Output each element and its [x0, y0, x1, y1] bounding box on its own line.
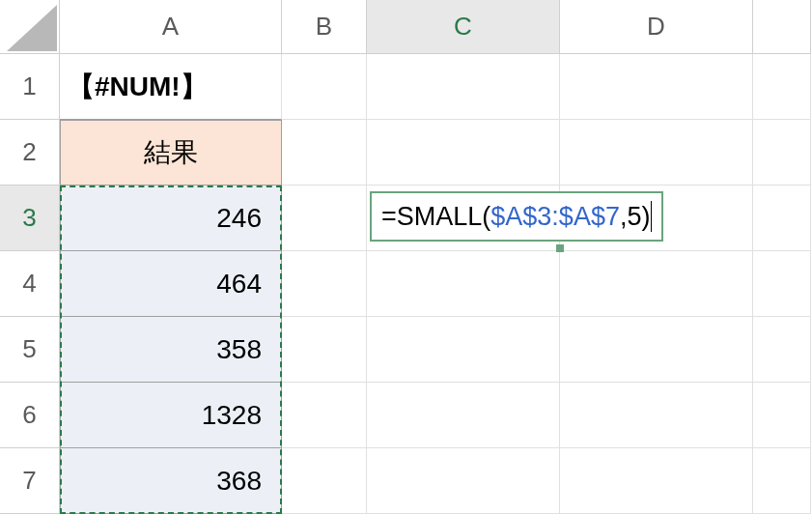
- cell-b4[interactable]: [282, 251, 367, 317]
- cell-c1[interactable]: [367, 54, 560, 120]
- cell-e6[interactable]: [753, 383, 811, 448]
- cell-e1[interactable]: [753, 54, 811, 120]
- col-header-e[interactable]: [753, 0, 811, 54]
- cell-d2[interactable]: [560, 120, 753, 186]
- formula-handle-icon: [556, 244, 564, 252]
- row-headers: 1 2 3 4 5 6 7: [0, 54, 60, 514]
- cell-d6[interactable]: [560, 383, 753, 448]
- cell-e7[interactable]: [753, 448, 811, 514]
- cell-d5[interactable]: [560, 317, 753, 383]
- row-header-5[interactable]: 5: [0, 317, 60, 383]
- cell-e5[interactable]: [753, 317, 811, 383]
- cell-a2[interactable]: 結果: [60, 120, 282, 186]
- formula-prefix: =SMALL(: [381, 202, 490, 232]
- cell-e2[interactable]: [753, 120, 811, 186]
- cell-e3[interactable]: [753, 186, 811, 251]
- col-header-a[interactable]: A: [60, 0, 282, 54]
- column-headers: A B C D: [60, 0, 811, 54]
- cell-c5[interactable]: [367, 317, 560, 383]
- cell-e4[interactable]: [753, 251, 811, 317]
- cell-c6[interactable]: [367, 383, 560, 448]
- col-header-b[interactable]: B: [282, 0, 367, 54]
- row-header-2[interactable]: 2: [0, 120, 60, 186]
- row-header-4[interactable]: 4: [0, 251, 60, 317]
- cell-b6[interactable]: [282, 383, 367, 448]
- cell-a7[interactable]: 368: [60, 448, 282, 514]
- text-cursor-icon: [651, 201, 652, 232]
- row-header-1[interactable]: 1: [0, 54, 60, 120]
- cell-a4[interactable]: 464: [60, 251, 282, 317]
- cell-d7[interactable]: [560, 448, 753, 514]
- select-all-triangle[interactable]: [0, 0, 60, 54]
- cell-b1[interactable]: [282, 54, 367, 120]
- cell-a5[interactable]: 358: [60, 317, 282, 383]
- table-row: 464: [60, 251, 811, 317]
- cell-a6[interactable]: 1328: [60, 383, 282, 448]
- table-row: 358: [60, 317, 811, 383]
- cell-c4[interactable]: [367, 251, 560, 317]
- row-header-3[interactable]: 3: [0, 186, 60, 251]
- table-row: 368: [60, 448, 811, 514]
- col-header-d[interactable]: D: [560, 0, 753, 54]
- cell-a3[interactable]: 246: [60, 186, 282, 251]
- table-row: 【#NUM!】: [60, 54, 811, 120]
- cell-b7[interactable]: [282, 448, 367, 514]
- table-row: 結果: [60, 120, 811, 186]
- row-header-6[interactable]: 6: [0, 383, 60, 448]
- grid: 【#NUM!】 結果 246 464 358: [60, 54, 811, 514]
- formula-ref: $A$3:$A$7: [490, 202, 620, 232]
- table-row: 1328: [60, 383, 811, 448]
- col-header-c[interactable]: C: [367, 0, 560, 54]
- cell-c7[interactable]: [367, 448, 560, 514]
- cell-c2[interactable]: [367, 120, 560, 186]
- cell-b3[interactable]: [282, 186, 367, 251]
- spreadsheet: A B C D 1 2 3 4 5 6 7 【#NUM!】 結果 246: [0, 0, 812, 514]
- formula-suffix: ,5): [620, 202, 651, 232]
- row-header-7[interactable]: 7: [0, 448, 60, 514]
- cell-a1[interactable]: 【#NUM!】: [60, 54, 282, 120]
- cell-d1[interactable]: [560, 54, 753, 120]
- cell-b2[interactable]: [282, 120, 367, 186]
- cell-b5[interactable]: [282, 317, 367, 383]
- cell-d4[interactable]: [560, 251, 753, 317]
- formula-editor[interactable]: =SMALL($A$3:$A$7,5): [370, 191, 663, 242]
